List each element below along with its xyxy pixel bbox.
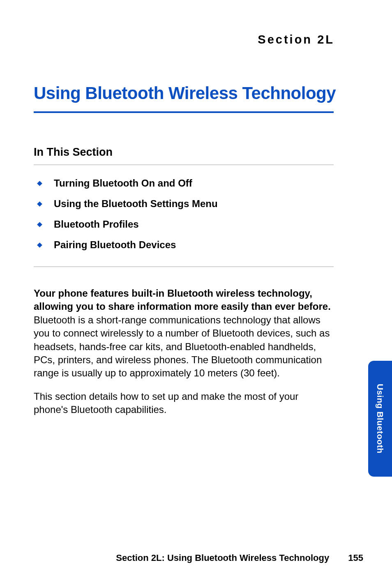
bullet-diamond-icon: [37, 201, 42, 207]
intro-rest: Bluetooth is a short-range communication…: [34, 314, 330, 379]
toc-link-settings-menu[interactable]: Using the Bluetooth Settings Menu: [54, 198, 218, 210]
side-tab[interactable]: Using Bluetooth: [368, 361, 392, 477]
toc-item: Using the Bluetooth Settings Menu: [38, 198, 363, 210]
page-number: 155: [348, 553, 363, 563]
divider-bottom: [34, 266, 334, 267]
intro-paragraph-2: This section details how to set up and m…: [34, 390, 334, 417]
page-footer: Section 2L: Using Bluetooth Wireless Tec…: [59, 553, 363, 563]
toc-item: Pairing Bluetooth Devices: [38, 239, 363, 251]
toc-link-profiles[interactable]: Bluetooth Profiles: [54, 219, 139, 230]
toc-item: Bluetooth Profiles: [38, 219, 363, 230]
bullet-diamond-icon: [37, 222, 42, 227]
toc-link-pairing[interactable]: Pairing Bluetooth Devices: [54, 239, 176, 251]
divider-top: [34, 164, 334, 165]
bullet-diamond-icon: [37, 181, 42, 186]
bullet-diamond-icon: [37, 242, 42, 248]
page-title: Using Bluetooth Wireless Technology: [34, 83, 363, 103]
footer-section-title: Section 2L: Using Bluetooth Wireless Tec…: [116, 553, 329, 563]
toc-list: Turning Bluetooth On and Off Using the B…: [38, 178, 363, 251]
section-label: Section 2L: [34, 33, 363, 46]
toc-link-turning-bluetooth[interactable]: Turning Bluetooth On and Off: [54, 178, 192, 189]
intro-bold-lead: Your phone features built-in Bluetooth w…: [34, 288, 331, 312]
title-rule: [34, 111, 334, 113]
in-this-section-heading: In This Section: [34, 146, 363, 159]
toc-item: Turning Bluetooth On and Off: [38, 178, 363, 189]
side-tab-label: Using Bluetooth: [375, 384, 385, 454]
page-container: Section 2L Using Bluetooth Wireless Tech…: [0, 0, 392, 588]
intro-paragraph-1: Your phone features built-in Bluetooth w…: [34, 287, 334, 380]
